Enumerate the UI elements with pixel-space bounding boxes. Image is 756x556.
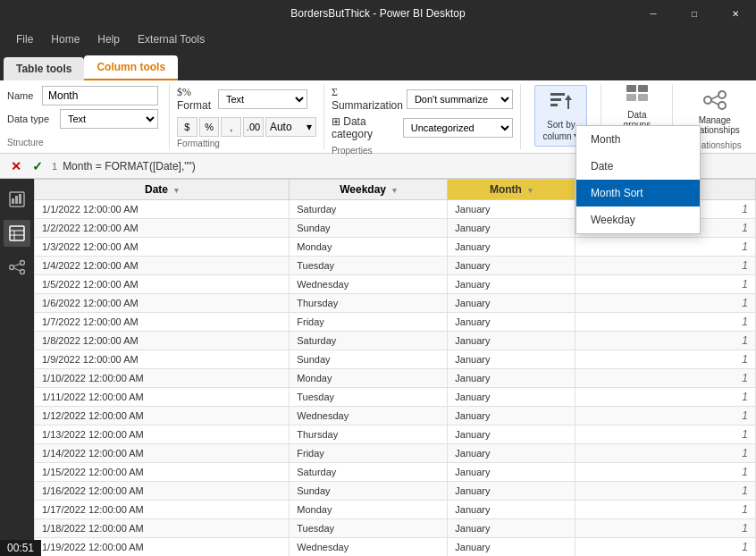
summarization-row: Σ Summarization Don't summarize <box>332 86 513 112</box>
close-button[interactable]: ✕ <box>715 0 756 27</box>
structure-group: Name Data type Text Structure <box>0 84 170 149</box>
cancel-formula-button[interactable]: ✕ <box>7 157 25 175</box>
sort-dropdown-item[interactable]: Month Sort <box>576 180 700 206</box>
cell-month-sort: 1 <box>575 444 755 463</box>
datatype-label: Data type <box>7 114 56 124</box>
datatype-row: Data type Text <box>7 109 162 129</box>
cell-weekday: Saturday <box>290 200 448 219</box>
cell-weekday: Monday <box>290 501 448 519</box>
status-text: 00:51 <box>7 542 34 554</box>
weekday-sort-icon: ▾ <box>392 186 397 195</box>
cell-month: January <box>448 501 575 519</box>
svg-rect-6 <box>638 85 648 92</box>
summarization-select[interactable]: Don't summarize <box>407 89 513 109</box>
table-row: 1/19/2022 12:00:00 AM Wednesday January … <box>35 538 756 557</box>
cell-date: 1/6/2022 12:00:00 AM <box>35 294 290 313</box>
cell-month-sort: 1 <box>575 313 755 332</box>
cell-date: 1/1/2022 12:00:00 AM <box>35 200 290 219</box>
comma-button[interactable]: , <box>221 117 241 137</box>
percent-button[interactable]: % <box>199 117 220 137</box>
format-select[interactable]: Text <box>218 89 307 109</box>
tab-table-tools[interactable]: Table tools <box>4 57 84 80</box>
svg-line-26 <box>14 268 21 271</box>
cell-weekday: Thursday <box>290 425 448 444</box>
sidebar-model-icon[interactable] <box>4 254 30 281</box>
tab-column-tools[interactable]: Column tools <box>84 55 178 80</box>
summarization-icon-label: Σ Summarization <box>332 86 403 112</box>
svg-rect-2 <box>550 104 558 106</box>
manage-relationships-icon <box>702 88 727 115</box>
table-row: 1/3/2022 12:00:00 AM Monday January 1 <box>35 238 756 257</box>
svg-rect-15 <box>12 198 14 204</box>
name-input[interactable] <box>42 86 158 105</box>
data-groups-icon <box>625 80 650 110</box>
sidebar-report-icon[interactable] <box>4 186 30 213</box>
auto-chevron-icon: ▾ <box>307 121 312 133</box>
menu-home[interactable]: Home <box>42 29 88 49</box>
category-select[interactable]: Uncategorized <box>403 118 514 138</box>
structure-group-label: Structure <box>7 136 44 147</box>
col-header-date[interactable]: Date ▾ <box>35 180 290 200</box>
sort-dropdown-item[interactable]: Weekday <box>576 206 700 233</box>
cell-date: 1/5/2022 12:00:00 AM <box>35 275 290 294</box>
menu-help[interactable]: Help <box>88 29 129 49</box>
menu-external-tools[interactable]: External Tools <box>129 29 214 49</box>
cell-date: 1/7/2022 12:00:00 AM <box>35 313 290 332</box>
col-header-month[interactable]: Month ▾ <box>448 180 575 200</box>
category-row: ⊞ Data category Uncategorized <box>332 115 513 140</box>
properties-group: Σ Summarization Don't summarize ⊞ Data c… <box>324 84 521 149</box>
col-header-weekday[interactable]: Weekday ▾ <box>290 180 448 200</box>
cell-weekday: Wednesday <box>290 275 448 294</box>
confirm-formula-button[interactable]: ✓ <box>29 157 46 175</box>
cell-month-sort: 1 <box>575 519 755 538</box>
table-row: 1/9/2022 12:00:00 AM Sunday January 1 <box>35 350 756 369</box>
cell-month-sort: 1 <box>575 407 755 425</box>
data-table-wrap: Date ▾ Weekday ▾ Month ▾ Month Sort ▾ 1/… <box>34 179 756 556</box>
format-icons: $ % , .00 Auto ▾ <box>177 117 316 137</box>
minimize-button[interactable]: ─ <box>633 0 674 27</box>
cell-month-sort: 1 <box>575 257 755 275</box>
sort-dropdown-item[interactable]: Month <box>576 126 700 153</box>
left-sidebar <box>0 179 34 556</box>
svg-line-25 <box>14 264 21 266</box>
sort-dropdown[interactable]: MonthDateMonth SortWeekday <box>575 125 701 234</box>
svg-rect-1 <box>550 98 561 101</box>
menu-bar: File Home Help External Tools <box>0 27 756 52</box>
cell-month: January <box>448 388 575 407</box>
cell-date: 1/4/2022 12:00:00 AM <box>35 257 290 275</box>
maximize-button[interactable]: □ <box>674 0 715 27</box>
properties-group-label: Properties <box>332 144 513 156</box>
cell-month: January <box>448 482 575 501</box>
cell-date: 1/11/2022 12:00:00 AM <box>35 388 290 407</box>
window-title: BordersButThick - Power BI Desktop <box>290 7 465 20</box>
table-row: 1/16/2022 12:00:00 AM Sunday January 1 <box>35 482 756 501</box>
decimal-button[interactable]: .00 <box>243 117 264 137</box>
cell-month: January <box>448 463 575 482</box>
table-row: 1/15/2022 12:00:00 AM Saturday January 1 <box>35 463 756 482</box>
svg-rect-16 <box>15 196 18 204</box>
formatting-group-label: Formatting <box>177 137 316 148</box>
cell-month: January <box>448 294 575 313</box>
cell-month: January <box>448 257 575 275</box>
month-sort-icon: ▾ <box>528 186 533 195</box>
currency-button[interactable]: $ <box>177 117 197 137</box>
format-row: $% Format Text <box>177 86 316 112</box>
svg-point-22 <box>10 265 14 270</box>
sort-dropdown-item[interactable]: Date <box>576 153 700 180</box>
menu-file[interactable]: File <box>7 29 42 49</box>
table-row: 1/5/2022 12:00:00 AM Wednesday January 1 <box>35 275 756 294</box>
cell-weekday: Sunday <box>290 482 448 501</box>
table-row: 1/13/2022 12:00:00 AM Thursday January 1 <box>35 425 756 444</box>
cell-month-sort: 1 <box>575 538 755 557</box>
svg-rect-0 <box>550 93 565 96</box>
cell-weekday: Friday <box>290 444 448 463</box>
cell-month-sort: 1 <box>575 482 755 501</box>
datatype-select[interactable]: Text <box>60 109 158 129</box>
cell-month-sort: 1 <box>575 388 755 407</box>
cell-month-sort: 1 <box>575 501 755 519</box>
cell-weekday: Monday <box>290 369 448 388</box>
auto-dropdown[interactable]: Auto ▾ <box>265 117 316 137</box>
cell-weekday: Friday <box>290 313 448 332</box>
sidebar-data-icon[interactable] <box>4 220 30 247</box>
category-label: ⊞ Data category <box>332 115 399 140</box>
